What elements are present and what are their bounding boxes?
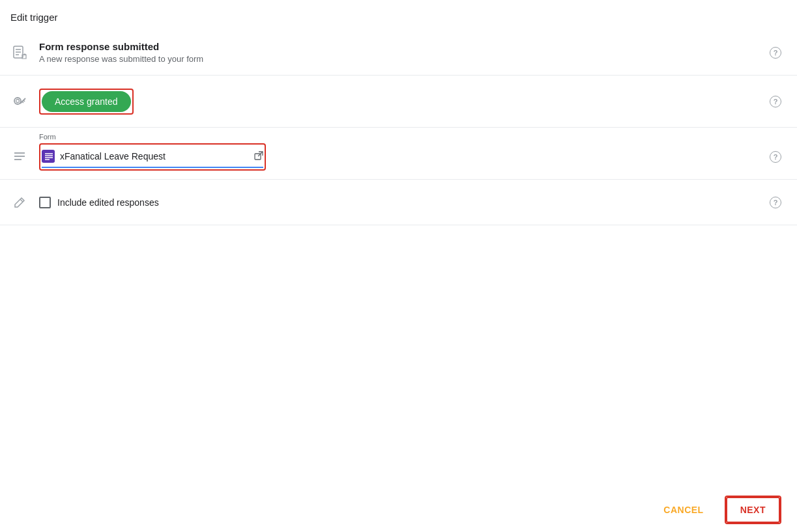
access-content: Access granted <box>39 89 755 115</box>
cancel-button[interactable]: CANCEL <box>653 498 714 522</box>
form-list-icon-col <box>0 150 39 164</box>
trigger-title: Form response submitted <box>39 41 755 52</box>
form-label: Form <box>39 133 781 141</box>
svg-line-10 <box>23 100 25 102</box>
page-header: Edit trigger <box>0 0 797 30</box>
trigger-content: Form response submitted A new response w… <box>39 41 755 64</box>
access-help-icon[interactable]: ? <box>770 96 781 107</box>
svg-line-22 <box>20 199 23 202</box>
access-granted-button[interactable]: Access granted <box>42 91 131 112</box>
help-icon[interactable]: ? <box>770 47 781 59</box>
checkbox-help[interactable]: ? <box>755 197 781 208</box>
svg-point-8 <box>16 99 20 102</box>
form-help-icon[interactable]: ? <box>770 151 781 163</box>
svg-rect-15 <box>43 150 55 162</box>
next-button[interactable]: NEXT <box>726 497 780 523</box>
pencil-icon <box>13 196 26 209</box>
page-title: Edit trigger <box>10 12 58 23</box>
next-button-outline: NEXT <box>725 496 781 524</box>
form-row: Form <box>0 128 797 180</box>
key-icon-col <box>0 94 39 109</box>
form-trigger-icon <box>12 46 27 60</box>
checkbox-row: Include edited responses ? <box>0 180 797 225</box>
footer: CANCEL NEXT <box>0 488 797 532</box>
pencil-icon-col <box>0 196 39 209</box>
form-selector-outline: xFanatical Leave Request <box>39 143 266 171</box>
access-help[interactable]: ? <box>755 96 781 107</box>
form-selector-text: xFanatical Leave Request <box>60 151 250 161</box>
form-select-content: xFanatical Leave Request <box>39 143 755 171</box>
access-row: Access granted ? <box>0 76 797 128</box>
trigger-row: Form response submitted A new response w… <box>0 30 797 76</box>
trigger-help[interactable]: ? <box>755 47 781 59</box>
svg-line-11 <box>22 102 23 103</box>
include-edited-checkbox[interactable] <box>39 197 51 208</box>
access-granted-outline: Access granted <box>39 89 134 115</box>
external-link-icon <box>254 151 263 162</box>
form-selector-form-icon <box>42 150 55 163</box>
form-icon-svg <box>43 150 55 162</box>
content-area: Form response submitted A new response w… <box>0 30 797 532</box>
page-container: Edit trigger Form response submitted A n… <box>0 0 797 532</box>
form-help[interactable]: ? <box>755 151 781 163</box>
ext-link-svg <box>254 151 263 160</box>
list-icon <box>12 150 27 164</box>
trigger-description: A new response was submitted to your for… <box>39 54 755 64</box>
checkbox-label: Include edited responses <box>57 197 159 208</box>
form-selector[interactable]: xFanatical Leave Request <box>42 146 263 168</box>
checkbox-content: Include edited responses <box>39 197 755 208</box>
form-response-icon <box>0 46 39 60</box>
checkbox-help-icon[interactable]: ? <box>770 197 781 208</box>
key-icon <box>12 94 27 109</box>
form-select-area: xFanatical Leave Request ? <box>0 143 781 171</box>
